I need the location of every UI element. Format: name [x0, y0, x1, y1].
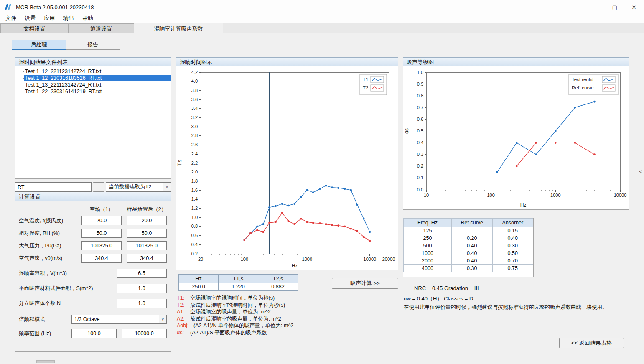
humidity-input-1[interactable]	[81, 229, 122, 238]
reverb-time-chart[interactable]: 0.20.40.60.81.01.21.41.61.82.02.22.42.62…	[176, 66, 398, 270]
absorber-cell: 0.70	[492, 257, 533, 265]
menu-help[interactable]: 帮助	[78, 14, 97, 23]
data-point	[363, 236, 365, 238]
app-window: MCR Beta 2.05.0.001 20230418 — ▢ ✕ 文件 设置…	[0, 0, 644, 364]
minimize-button[interactable]: —	[586, 0, 605, 14]
data-point	[337, 224, 339, 227]
note-key: Aobj:	[177, 322, 193, 329]
tab-channel-settings[interactable]: 通道设置	[68, 23, 134, 33]
chevron-down-icon[interactable]: ˅	[159, 315, 166, 323]
y-axis-label: T,s	[177, 160, 183, 166]
freq-max-input[interactable]	[122, 329, 167, 338]
reverb-time-panel: 混响时间图示 0.20.40.60.81.01.21.41.61.82.02.2…	[176, 57, 398, 354]
freq-cell: 2000	[404, 257, 452, 265]
data-point	[593, 153, 596, 155]
data-point	[369, 231, 371, 233]
absorber-count-input[interactable]	[117, 299, 167, 308]
data-point	[256, 226, 258, 228]
list-item[interactable]: Test 1_12_221123142724_RT.txt	[15, 68, 171, 75]
octave-mode-dropdown[interactable]: 1/3 Octave ˅	[71, 315, 167, 324]
x-axis-label: Hz	[520, 202, 527, 208]
room-volume-label: 混响室容积，V(m^3)	[19, 269, 67, 278]
return-results-button[interactable]: << 返回结果表格	[559, 338, 624, 348]
absorption-grade-panel: 吸声等级图 0.00.10.20.30.40.50.60.70.80.91.01…	[403, 57, 629, 355]
data-read-dropdown[interactable]: 当前数据读取为T2 ˅	[106, 182, 171, 192]
sound-speed-input-2[interactable]	[127, 254, 167, 263]
note-key: T1:	[177, 295, 190, 302]
data-point	[306, 221, 308, 223]
data-point	[300, 196, 302, 198]
pressure-input-2[interactable]	[127, 241, 167, 250]
calc-settings-title: 计算设置	[15, 192, 171, 201]
svg-text:3.8: 3.8	[191, 88, 198, 93]
browse-button[interactable]: ...	[93, 182, 104, 192]
humidity-input-2[interactable]	[127, 229, 167, 238]
note-text: 空场混响室的吸声量，单位为: m^2	[190, 309, 271, 315]
svg-text:0.2: 0.2	[191, 251, 198, 256]
ref-cell: 0.40	[452, 249, 493, 257]
collapse-panel-icon[interactable]: <	[639, 168, 643, 176]
data-point	[337, 187, 339, 189]
absorber-cell: 0.75	[492, 265, 533, 272]
svg-text:3.0: 3.0	[191, 124, 198, 129]
data-point	[293, 203, 295, 205]
horizontal-scrollbar-thumb[interactable]	[36, 360, 55, 363]
legend-symbol-box	[602, 85, 615, 91]
result-file-panel-title: 混时间结果文件列表	[15, 57, 171, 66]
svg-text:100: 100	[241, 257, 248, 262]
tab-reverb-absorption[interactable]: 混响室计算吸声系数	[134, 23, 223, 33]
data-point	[262, 231, 265, 233]
legend-label: Ref. curve	[572, 85, 593, 90]
note-text: 空场混响室的混响时间，单位为秒(s)	[190, 295, 275, 301]
temperature-input-1[interactable]	[81, 216, 122, 225]
data-point	[281, 203, 283, 205]
tree-connector-icon	[20, 78, 24, 79]
rt-name-input[interactable]	[15, 182, 92, 192]
svg-text:2.6: 2.6	[191, 142, 198, 147]
data-point	[287, 220, 289, 222]
tab-document-settings[interactable]: 文档设置	[0, 23, 69, 33]
list-item[interactable]: Test 1_22_230316141219_RT.txt	[15, 88, 171, 95]
sample-area-input[interactable]	[117, 284, 167, 293]
freq-cell: 1000	[404, 249, 452, 257]
menu-file[interactable]: 文件	[1, 14, 20, 23]
room-volume-input[interactable]	[117, 269, 167, 278]
menu-output[interactable]: 输出	[59, 14, 78, 23]
data-point	[555, 130, 557, 132]
svg-text:1.6: 1.6	[191, 188, 198, 193]
chevron-down-icon[interactable]: ˅	[163, 183, 171, 191]
subtab-postprocess[interactable]: 后处理	[12, 40, 66, 50]
table-row: 2000 0.40 0.70	[404, 257, 533, 265]
close-button[interactable]: ✕	[624, 0, 644, 14]
menu-apply[interactable]: 应用	[40, 14, 59, 23]
data-point	[281, 212, 283, 214]
grade-chart-svg: 0.00.10.20.30.40.50.60.70.80.91.01010010…	[403, 66, 629, 209]
sound-speed-input-1[interactable]	[81, 254, 122, 263]
grade-table-header: Ref.curve	[452, 219, 493, 227]
pressure-input-1[interactable]	[81, 241, 122, 250]
column-header-with-sample: 样品放置后（2）	[127, 206, 167, 213]
freq-min-input[interactable]	[71, 329, 117, 338]
svg-text:0.3: 0.3	[417, 152, 423, 157]
note-line: Aobj:(A2-A1)/N 单个物体的吸声量，单位为: m^2	[177, 322, 293, 329]
data-point	[350, 189, 352, 191]
svg-text:0.9: 0.9	[417, 81, 423, 87]
legend-symbol-box	[371, 85, 384, 91]
data-point	[344, 188, 346, 190]
svg-text:10000: 10000	[364, 257, 377, 262]
humidity-label: 相对湿度, RH (%)	[19, 229, 60, 238]
maximize-button[interactable]: ▢	[605, 0, 624, 14]
list-item-selected[interactable]: Test 1_12_230316183526_RT.txt	[15, 75, 171, 81]
subtab-report[interactable]: 报告	[66, 40, 120, 50]
list-item[interactable]: Test 1_13_221123142724_RT.txt	[15, 81, 171, 88]
temperature-input-2[interactable]	[127, 216, 167, 225]
menu-settings[interactable]: 设置	[20, 14, 40, 23]
splitter-handle[interactable]	[641, 183, 641, 219]
grade-table-header: Absorber	[492, 219, 533, 227]
absorption-grade-chart[interactable]: 0.00.10.20.30.40.50.60.70.80.91.01010010…	[403, 66, 629, 210]
result-file-list[interactable]: Test 1_12_221123142724_RT.txt Test 1_12_…	[15, 66, 171, 179]
data-point	[319, 222, 321, 224]
svg-text:0.8: 0.8	[191, 224, 198, 229]
absorption-calc-button[interactable]: 吸声计算 >>	[332, 278, 398, 289]
svg-text:3.4: 3.4	[191, 106, 198, 111]
